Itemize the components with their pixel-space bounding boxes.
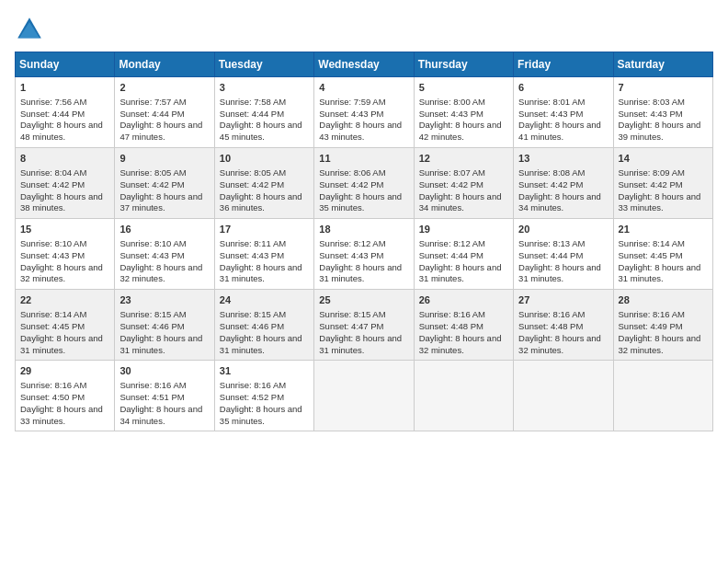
sunset-text: Sunset: 4:48 PM xyxy=(419,321,508,333)
calendar-cell xyxy=(314,361,414,431)
daylight-text: Daylight: 8 hours and 32 minutes. xyxy=(119,262,209,286)
daylight-text: Daylight: 8 hours and 31 minutes. xyxy=(119,333,209,357)
column-header-thursday: Thursday xyxy=(414,52,513,77)
day-number: 30 xyxy=(119,364,209,378)
sunrise-text: Sunrise: 8:16 AM xyxy=(619,309,708,321)
column-header-tuesday: Tuesday xyxy=(214,52,313,77)
sunset-text: Sunset: 4:45 PM xyxy=(619,250,708,262)
day-number: 26 xyxy=(419,293,508,307)
calendar-cell: 17Sunrise: 8:11 AMSunset: 4:43 PMDayligh… xyxy=(214,219,313,290)
daylight-text: Daylight: 8 hours and 31 minutes. xyxy=(518,262,608,286)
calendar-cell: 18Sunrise: 8:12 AMSunset: 4:43 PMDayligh… xyxy=(314,219,414,290)
sunset-text: Sunset: 4:44 PM xyxy=(419,250,508,262)
calendar-table: SundayMondayTuesdayWednesdayThursdayFrid… xyxy=(15,52,713,431)
calendar-cell: 5Sunrise: 8:00 AMSunset: 4:43 PMDaylight… xyxy=(414,77,513,148)
day-number: 20 xyxy=(518,223,608,236)
sunrise-text: Sunrise: 8:14 AM xyxy=(20,309,109,321)
day-number: 12 xyxy=(419,152,508,166)
sunrise-text: Sunrise: 7:57 AM xyxy=(119,97,209,109)
svg-marker-1 xyxy=(19,22,40,39)
column-header-sunday: Sunday xyxy=(16,52,115,77)
sunset-text: Sunset: 4:43 PM xyxy=(319,250,408,262)
sunset-text: Sunset: 4:52 PM xyxy=(220,392,309,404)
calendar-cell: 28Sunrise: 8:16 AMSunset: 4:49 PMDayligh… xyxy=(613,290,712,361)
calendar-cell: 21Sunrise: 8:14 AMSunset: 4:45 PMDayligh… xyxy=(613,219,712,290)
calendar-cell: 30Sunrise: 8:16 AMSunset: 4:51 PMDayligh… xyxy=(115,361,214,431)
sunrise-text: Sunrise: 8:16 AM xyxy=(419,309,508,321)
daylight-text: Daylight: 8 hours and 36 minutes. xyxy=(220,191,309,215)
daylight-text: Daylight: 8 hours and 33 minutes. xyxy=(20,404,109,428)
day-number: 5 xyxy=(419,81,508,95)
sunset-text: Sunset: 4:48 PM xyxy=(518,321,608,333)
daylight-text: Daylight: 8 hours and 35 minutes. xyxy=(220,404,309,428)
sunset-text: Sunset: 4:50 PM xyxy=(20,392,109,404)
day-number: 23 xyxy=(119,293,209,307)
sunrise-text: Sunrise: 8:12 AM xyxy=(419,238,508,250)
calendar-cell: 23Sunrise: 8:15 AMSunset: 4:46 PMDayligh… xyxy=(115,290,214,361)
day-number: 25 xyxy=(319,293,408,307)
sunrise-text: Sunrise: 8:16 AM xyxy=(119,380,209,392)
calendar-cell: 15Sunrise: 8:10 AMSunset: 4:43 PMDayligh… xyxy=(16,219,115,290)
day-number: 24 xyxy=(220,293,309,307)
daylight-text: Daylight: 8 hours and 48 minutes. xyxy=(20,120,109,144)
daylight-text: Daylight: 8 hours and 31 minutes. xyxy=(419,262,508,286)
calendar-cell: 10Sunrise: 8:05 AMSunset: 4:42 PMDayligh… xyxy=(214,148,313,219)
sunrise-text: Sunrise: 8:10 AM xyxy=(119,238,209,250)
sunrise-text: Sunrise: 8:15 AM xyxy=(220,309,309,321)
daylight-text: Daylight: 8 hours and 34 minutes. xyxy=(419,191,508,215)
sunrise-text: Sunrise: 8:16 AM xyxy=(518,309,608,321)
day-number: 17 xyxy=(220,223,309,236)
sunset-text: Sunset: 4:44 PM xyxy=(518,250,608,262)
column-header-friday: Friday xyxy=(514,52,613,77)
calendar-cell: 20Sunrise: 8:13 AMSunset: 4:44 PMDayligh… xyxy=(514,219,613,290)
calendar-cell: 2Sunrise: 7:57 AMSunset: 4:44 PMDaylight… xyxy=(115,77,214,148)
sunrise-text: Sunrise: 8:03 AM xyxy=(619,97,708,109)
sunrise-text: Sunrise: 8:15 AM xyxy=(119,309,209,321)
calendar-cell: 13Sunrise: 8:08 AMSunset: 4:42 PMDayligh… xyxy=(514,148,613,219)
calendar-cell: 29Sunrise: 8:16 AMSunset: 4:50 PMDayligh… xyxy=(16,361,115,431)
calendar-week-row: 22Sunrise: 8:14 AMSunset: 4:45 PMDayligh… xyxy=(16,290,713,361)
day-number: 11 xyxy=(319,152,408,166)
day-number: 10 xyxy=(220,152,309,166)
sunrise-text: Sunrise: 8:11 AM xyxy=(220,238,309,250)
day-number: 29 xyxy=(20,364,109,378)
day-number: 13 xyxy=(518,152,608,166)
daylight-text: Daylight: 8 hours and 32 minutes. xyxy=(419,333,508,357)
calendar-cell: 24Sunrise: 8:15 AMSunset: 4:46 PMDayligh… xyxy=(214,290,313,361)
sunset-text: Sunset: 4:47 PM xyxy=(319,321,408,333)
calendar-week-row: 1Sunrise: 7:56 AMSunset: 4:44 PMDaylight… xyxy=(16,77,713,148)
sunset-text: Sunset: 4:44 PM xyxy=(20,109,109,121)
daylight-text: Daylight: 8 hours and 35 minutes. xyxy=(319,191,408,215)
calendar-cell xyxy=(514,361,613,431)
day-number: 8 xyxy=(20,152,109,166)
sunrise-text: Sunrise: 8:16 AM xyxy=(220,380,309,392)
day-number: 31 xyxy=(220,364,309,378)
day-number: 4 xyxy=(319,81,408,95)
day-number: 7 xyxy=(619,81,708,95)
calendar-cell: 27Sunrise: 8:16 AMSunset: 4:48 PMDayligh… xyxy=(514,290,613,361)
daylight-text: Daylight: 8 hours and 31 minutes. xyxy=(319,333,408,357)
sunrise-text: Sunrise: 8:12 AM xyxy=(319,238,408,250)
sunset-text: Sunset: 4:44 PM xyxy=(119,109,209,121)
calendar-cell: 19Sunrise: 8:12 AMSunset: 4:44 PMDayligh… xyxy=(414,219,513,290)
sunset-text: Sunset: 4:43 PM xyxy=(319,109,408,121)
sunset-text: Sunset: 4:42 PM xyxy=(220,179,309,191)
sunrise-text: Sunrise: 7:56 AM xyxy=(20,97,109,109)
sunrise-text: Sunrise: 8:16 AM xyxy=(20,380,109,392)
daylight-text: Daylight: 8 hours and 45 minutes. xyxy=(220,120,309,144)
sunset-text: Sunset: 4:42 PM xyxy=(619,179,708,191)
sunrise-text: Sunrise: 8:06 AM xyxy=(319,167,408,179)
day-number: 18 xyxy=(319,223,408,236)
daylight-text: Daylight: 8 hours and 32 minutes. xyxy=(518,333,608,357)
logo-icon xyxy=(15,15,44,44)
daylight-text: Daylight: 8 hours and 32 minutes. xyxy=(20,262,109,286)
column-header-monday: Monday xyxy=(115,52,214,77)
calendar-cell: 6Sunrise: 8:01 AMSunset: 4:43 PMDaylight… xyxy=(514,77,613,148)
sunrise-text: Sunrise: 8:01 AM xyxy=(518,97,608,109)
daylight-text: Daylight: 8 hours and 31 minutes. xyxy=(220,333,309,357)
calendar-week-row: 29Sunrise: 8:16 AMSunset: 4:50 PMDayligh… xyxy=(16,361,713,431)
logo xyxy=(15,15,48,44)
sunrise-text: Sunrise: 8:05 AM xyxy=(220,167,309,179)
calendar-cell: 31Sunrise: 8:16 AMSunset: 4:52 PMDayligh… xyxy=(214,361,313,431)
sunset-text: Sunset: 4:42 PM xyxy=(119,179,209,191)
